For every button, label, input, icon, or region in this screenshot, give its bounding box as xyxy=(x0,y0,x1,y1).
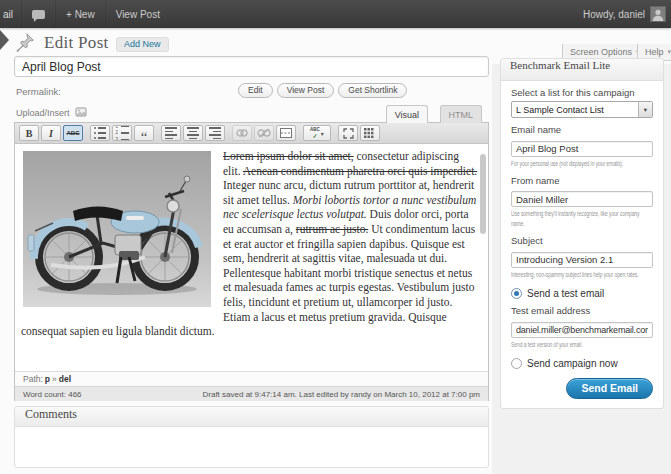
align-center-icon xyxy=(187,127,199,139)
align-center-button[interactable] xyxy=(183,125,203,141)
word-count-label: Word count: xyxy=(23,390,66,399)
add-new-button[interactable]: Add New xyxy=(116,37,169,52)
benchmark-email-panel: Benchmark Email Lite Select a list for t… xyxy=(500,58,664,409)
remove-link-button[interactable] xyxy=(254,125,274,141)
collapse-menu-arrow[interactable] xyxy=(0,30,9,50)
subject-help: Interesting, non-spammy subject lines he… xyxy=(511,270,653,280)
bulleted-list-button[interactable] xyxy=(90,125,110,141)
wordpress-edit-post-screen: ail + New View Post Howdy, daniel Edit P… xyxy=(0,0,671,474)
spellcheck-button[interactable]: ABC ✓ ▾ xyxy=(303,125,331,141)
bold-button[interactable]: B xyxy=(19,125,39,141)
upload-insert-row: Upload/Insert xyxy=(16,106,87,120)
account-menu[interactable]: Howdy, daniel xyxy=(583,6,671,22)
kitchen-sink-icon xyxy=(364,128,376,138)
page-title: Edit Post xyxy=(44,33,109,53)
from-name-help: Use something they'll instantly recogniz… xyxy=(511,209,653,229)
send-email-row: Send Email xyxy=(511,378,653,399)
fullscreen-icon xyxy=(343,128,354,139)
radio-unselected-icon[interactable] xyxy=(511,358,522,369)
send-test-email-radio[interactable]: Send a test email xyxy=(511,288,653,299)
path-node-p[interactable]: p xyxy=(45,374,50,384)
align-right-icon xyxy=(209,127,221,139)
comments-panel: Comments xyxy=(14,406,489,468)
edit-permalink-button[interactable]: Edit xyxy=(238,83,273,98)
new-content-menu[interactable]: + New xyxy=(56,0,105,28)
upload-insert-label: Upload/Insert xyxy=(16,108,70,118)
fullscreen-button[interactable] xyxy=(338,125,358,141)
bulleted-list-icon xyxy=(94,127,107,140)
editor-content-area[interactable]: Lorem ipsum dolor sit amet, consectetur … xyxy=(15,144,488,371)
view-post-menu[interactable]: View Post xyxy=(106,0,170,28)
path-label: Path: xyxy=(23,374,43,384)
benchmark-panel-header[interactable]: Benchmark Email Lite xyxy=(501,59,663,81)
numbered-list-button[interactable]: 1 2 3 xyxy=(112,125,132,141)
blockquote-button[interactable]: “ xyxy=(134,125,154,141)
align-left-button[interactable] xyxy=(161,125,181,141)
editor-text-strikethrough: rutrum ac justo. xyxy=(296,223,369,235)
word-count: Word count: 466 xyxy=(23,390,82,399)
numbered-list-icon: 1 2 3 xyxy=(116,125,129,141)
howdy-label: Howdy, daniel xyxy=(583,9,645,20)
comments-bubble-button[interactable] xyxy=(22,0,55,28)
path-separator: » xyxy=(52,374,57,384)
help-label: Help xyxy=(645,47,664,57)
send-email-button[interactable]: Send Email xyxy=(566,378,653,399)
tab-html[interactable]: HTML xyxy=(440,105,483,123)
word-count-value: 466 xyxy=(68,390,81,399)
editor-text-strikethrough: Lorem ipsum dolor sit amet, xyxy=(223,150,354,162)
align-right-button[interactable] xyxy=(205,125,225,141)
draft-saved-status: Draft saved at 9:47:14 am. Last edited b… xyxy=(203,390,481,399)
link-icon xyxy=(235,128,249,138)
email-name-input[interactable] xyxy=(511,141,653,157)
avatar xyxy=(650,6,666,22)
send-campaign-now-radio[interactable]: Send campaign now xyxy=(511,358,653,369)
from-name-input[interactable] xyxy=(511,191,653,207)
chevron-down-icon: ▾ xyxy=(668,48,671,56)
add-media-icon[interactable] xyxy=(75,106,87,120)
pushpin-icon xyxy=(14,31,36,57)
align-left-icon xyxy=(165,127,177,139)
more-tag-icon xyxy=(280,128,292,138)
view-post-button[interactable]: View Post xyxy=(277,83,335,98)
unlink-icon xyxy=(257,128,271,138)
kitchen-sink-button[interactable] xyxy=(360,125,380,141)
contact-list-selected-value: L Sample Contact List xyxy=(516,105,604,115)
italic-button[interactable]: I xyxy=(41,125,61,141)
email-name-label: Email name xyxy=(511,124,653,135)
send-test-email-label: Send a test email xyxy=(527,288,604,299)
benchmark-panel-body: Select a list for this campaign L Sample… xyxy=(501,81,663,408)
strikethrough-icon: ABC xyxy=(67,130,80,136)
editor-text-strikethrough: Aenean condimentum pharetra orci quis im… xyxy=(243,165,477,177)
contact-list-label: Select a list for this campaign xyxy=(511,87,653,98)
site-name-link[interactable]: ail xyxy=(0,9,21,20)
screen-options-label: Screen Options xyxy=(570,47,632,57)
post-editor: Visual HTML B I ABC 1 2 3 “ xyxy=(14,122,489,401)
subject-label: Subject xyxy=(511,235,653,246)
permalink-label: Permalink: xyxy=(16,86,61,97)
bold-icon: B xyxy=(26,128,33,139)
editor-scrollbar-thumb[interactable] xyxy=(480,154,486,234)
path-node-del[interactable]: del xyxy=(59,374,71,384)
email-name-help: For your personal use (not displayed in … xyxy=(511,159,653,169)
vintage-motorcycle-photo[interactable] xyxy=(23,151,211,311)
insert-link-button[interactable] xyxy=(232,125,252,141)
editor-status-bar: Word count: 466 Draft saved at 9:47:14 a… xyxy=(15,386,488,401)
radio-selected-icon[interactable] xyxy=(511,288,522,299)
send-campaign-now-label: Send campaign now xyxy=(527,358,618,369)
test-email-help: Send a test version of your email. xyxy=(511,340,653,350)
post-title-input[interactable] xyxy=(14,56,489,77)
more-tag-button[interactable] xyxy=(276,125,296,141)
comments-panel-header[interactable]: Comments xyxy=(15,407,488,427)
blockquote-icon: “ xyxy=(141,135,148,139)
editor-toolbar: B I ABC 1 2 3 “ xyxy=(15,123,488,144)
select-arrow: ▾ xyxy=(638,102,652,117)
contact-list-select[interactable]: L Sample Contact List ▾ xyxy=(511,101,653,118)
get-shortlink-button[interactable]: Get Shortlink xyxy=(338,83,407,98)
strikethrough-button[interactable]: ABC xyxy=(63,125,83,141)
test-email-address-input[interactable] xyxy=(511,322,653,338)
test-email-address-label: Test email address xyxy=(511,305,653,316)
spellcheck-icon: ABC ✓ xyxy=(310,127,320,139)
permalink-buttons: Edit View Post Get Shortlink xyxy=(238,83,407,98)
tab-visual[interactable]: Visual xyxy=(386,105,428,123)
subject-input[interactable] xyxy=(511,252,653,268)
